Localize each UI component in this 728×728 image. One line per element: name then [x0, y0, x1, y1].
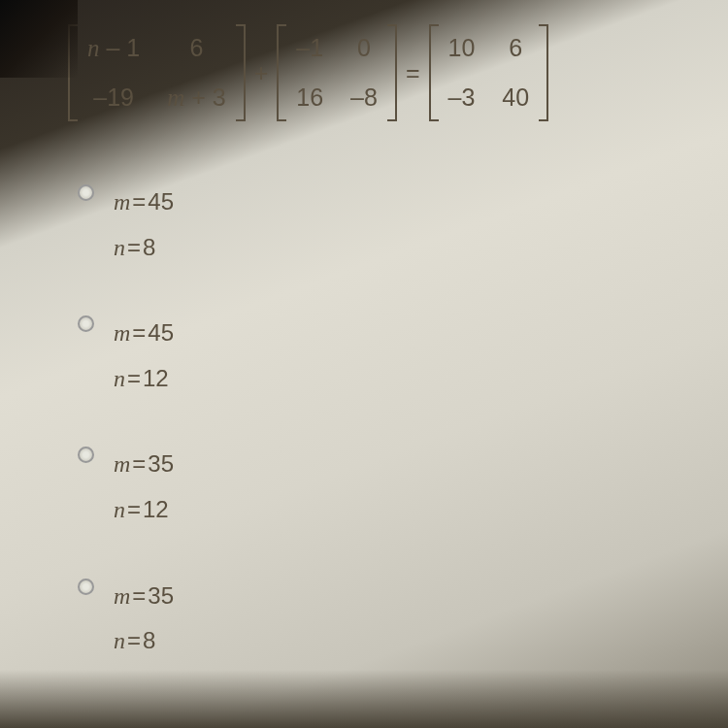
- option-4[interactable]: m=35 n=8: [78, 574, 660, 664]
- equals-operator: =: [403, 59, 423, 87]
- matrix-b-r2c1: 16: [296, 83, 323, 112]
- matrix-a-r1c2: 6: [167, 34, 225, 62]
- plus-operator: +: [251, 59, 272, 87]
- matrix-a-r2c2: m + 3: [167, 83, 225, 112]
- bracket-left: [429, 24, 439, 121]
- matrix-b: –1 0 16 –8: [277, 24, 397, 121]
- matrix-c-r2c1: –3: [448, 83, 476, 112]
- question-content: n – 1 6 –19 m + 3 + –1 0 16 –8 = 10 6: [0, 0, 728, 728]
- answer-options: m=45 n=8 m=45 n=12 m=35 n=12 m=35 n=8: [68, 180, 660, 664]
- bracket-right: [236, 24, 246, 121]
- matrix-a-r2c1: –19: [87, 83, 140, 112]
- matrix-c-r1c1: 10: [448, 34, 476, 62]
- radio-icon[interactable]: [78, 447, 94, 463]
- option-1-text: m=45 n=8: [114, 180, 174, 270]
- matrix-b-r1c1: –1: [296, 34, 323, 62]
- option-2[interactable]: m=45 n=12: [78, 311, 660, 401]
- bracket-right: [387, 24, 397, 121]
- radio-icon[interactable]: [78, 579, 94, 595]
- matrix-a-r1c1: n – 1: [87, 34, 140, 62]
- option-1[interactable]: m=45 n=8: [78, 180, 660, 270]
- matrix-c-r1c2: 6: [502, 34, 529, 62]
- option-3[interactable]: m=35 n=12: [78, 442, 660, 532]
- radio-icon[interactable]: [78, 184, 94, 201]
- matrix-b-r2c2: –8: [350, 83, 378, 112]
- bracket-left: [277, 24, 286, 121]
- matrix-a: n – 1 6 –19 m + 3: [68, 24, 246, 121]
- bottom-vignette: [0, 670, 728, 728]
- matrix-c: 10 6 –3 40: [429, 24, 549, 121]
- matrix-c-r2c2: 40: [502, 83, 529, 112]
- matrix-b-r1c2: 0: [350, 34, 378, 62]
- option-3-text: m=35 n=12: [114, 442, 174, 532]
- option-2-text: m=45 n=12: [114, 311, 174, 401]
- matrix-equation: n – 1 6 –19 m + 3 + –1 0 16 –8 = 10 6: [68, 24, 660, 121]
- screen-corner: [0, 0, 78, 78]
- bracket-right: [539, 24, 548, 121]
- option-4-text: m=35 n=8: [114, 574, 174, 664]
- radio-icon[interactable]: [78, 315, 94, 332]
